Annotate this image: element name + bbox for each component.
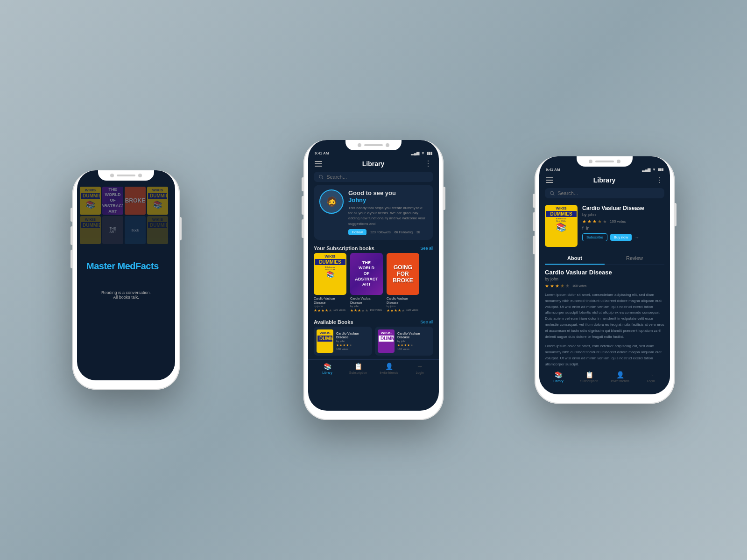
book-title-3: Cardio Vasluar Disease bbox=[387, 296, 419, 305]
detail-book-cover: Wikis DUMMIES A Reference Best Of Life 📚 bbox=[545, 205, 578, 247]
detail-content-stars: ★ ★ ★ ★ ★ 100 votes bbox=[545, 283, 664, 288]
nav-subscription[interactable]: 📋 Subscription bbox=[343, 363, 374, 374]
nav-login-label: Login bbox=[416, 371, 423, 374]
splash-book-5: Wikis DUMMIES bbox=[80, 216, 101, 244]
app-header: Library ⋮ bbox=[308, 157, 439, 170]
twitter-icon[interactable]: in bbox=[586, 226, 590, 231]
logo-text-2: MedFacts bbox=[118, 261, 159, 271]
detail-nav-library-label: Library bbox=[553, 379, 563, 383]
phone-library-screen: 9:41 AM ▂▄▆ ▼ ▮▮▮ Library ⋮ 🧔 bbox=[308, 140, 439, 411]
splash-book-1: Wikis DUMMIES 📚 bbox=[80, 187, 101, 215]
detail-search-bar[interactable] bbox=[545, 188, 664, 198]
phone-detail: 9:41 AM ▂▄▆ ▼ ▮▮▮ Library ⋮ bbox=[535, 156, 675, 404]
see-all-subscription[interactable]: See all bbox=[420, 246, 433, 251]
detail-status-time: 9:41 AM bbox=[546, 168, 560, 172]
detail-paragraph-2: Lorem ipsum dolor sit amet, com ectetuer… bbox=[545, 343, 664, 367]
available-book-title-1: Cardio Vasluar Disease bbox=[336, 332, 369, 340]
star-4: ★ bbox=[325, 308, 328, 313]
see-all-available[interactable]: See all bbox=[420, 320, 433, 324]
tab-about[interactable]: About bbox=[545, 252, 605, 265]
tagline-line1: Reading is a conversation. bbox=[77, 290, 175, 295]
followers-count: 223 Followers bbox=[370, 231, 391, 234]
available-book-cover-1: Wikis DUMMIES bbox=[317, 329, 333, 353]
detail-content-title: Cardio Vasluar Disease bbox=[545, 269, 664, 276]
hamburger-menu[interactable] bbox=[315, 161, 322, 167]
subscription-book-1[interactable]: Wikis DUMMIES A Reference Best Of Life 📚… bbox=[314, 253, 346, 313]
available-book-author-1: by john bbox=[336, 340, 369, 343]
detail-paragraph-1: Lorem ipsum dolor sit amet, consectetuer… bbox=[545, 292, 664, 340]
detail-nav-library[interactable]: 📚 Library bbox=[543, 371, 574, 383]
detail-votes: 100 votes bbox=[610, 219, 626, 224]
detail-nav-invite[interactable]: 👤 Invite friends bbox=[605, 371, 635, 383]
book-cover-1: Wikis DUMMIES A Reference Best Of Life 📚 bbox=[314, 253, 346, 295]
book-title-2: Cardio Vasluar Disease bbox=[350, 296, 383, 305]
available-book-info-2: Cardio Vasluar Disease by john ★ ★ ★ ★ ★… bbox=[397, 332, 430, 351]
subscription-title: Your Subscription books bbox=[314, 245, 374, 251]
star-1: ★ bbox=[387, 308, 390, 313]
splash-book-7: Book bbox=[125, 216, 146, 244]
header-title: Library bbox=[362, 160, 384, 168]
subscription-book-3[interactable]: GOING FORBROKE Cardio Vasluar Disease by… bbox=[387, 253, 419, 313]
detail-content-author: by john bbox=[545, 277, 664, 281]
subscription-books-scroll[interactable]: Wikis DUMMIES A Reference Best Of Life 📚… bbox=[308, 253, 439, 316]
detail-stars: ★ ★ ★ ★ ★ 100 votes bbox=[582, 219, 664, 224]
tab-review[interactable]: Review bbox=[605, 252, 664, 265]
avatar: 🧔 bbox=[319, 189, 344, 214]
detail-hamburger-menu[interactable] bbox=[546, 177, 553, 183]
available-book-1[interactable]: Wikis DUMMIES Cardio Vasluar Disease by … bbox=[314, 327, 372, 356]
login-icon: → bbox=[416, 363, 423, 370]
search-icon bbox=[318, 174, 324, 180]
user-name: Johny bbox=[348, 196, 428, 203]
detail-nav-login[interactable]: → Login bbox=[635, 371, 666, 383]
more-button[interactable]: → bbox=[634, 235, 639, 240]
star-2: ★ bbox=[354, 308, 357, 313]
more-options-button[interactable]: ⋮ bbox=[424, 159, 432, 168]
nav-library[interactable]: 📚 Library bbox=[312, 363, 343, 374]
following-count: 66 Following bbox=[395, 231, 413, 234]
available-book-2[interactable]: Wikis DUMMIES Cardio Vasluar Disease by … bbox=[375, 327, 433, 356]
detail-social: f in bbox=[582, 226, 664, 231]
available-book-stars-2: ★ ★ ★ ★ ★ bbox=[397, 343, 430, 347]
tagline-line2: All books talk. bbox=[77, 295, 175, 300]
phone-detail-screen: 9:41 AM ▂▄▆ ▼ ▮▮▮ Library ⋮ bbox=[539, 156, 670, 394]
detail-library-icon: 📚 bbox=[555, 371, 563, 378]
votes-3: 100 votes bbox=[406, 308, 418, 313]
available-title: Available Books bbox=[314, 319, 353, 325]
book-author-3: by john bbox=[387, 305, 419, 308]
profile-card: 🧔 Good to see you Johny This handy tool … bbox=[314, 185, 433, 240]
detail-search-input[interactable] bbox=[557, 190, 660, 196]
detail-status-icons: ▂▄▆ ▼ ▮▮▮ bbox=[642, 168, 663, 172]
svg-line-1 bbox=[322, 178, 324, 179]
book-cover-3: GOING FORBROKE bbox=[387, 253, 419, 295]
votes-2: 100 votes bbox=[370, 308, 382, 313]
splash-book-4: Wikis DUMMIES 📚 bbox=[147, 187, 168, 215]
nav-login[interactable]: → Login bbox=[404, 363, 435, 374]
buy-button[interactable]: Buy now bbox=[610, 234, 632, 241]
search-input[interactable] bbox=[326, 174, 429, 180]
detail-nav-login-label: Login bbox=[647, 379, 655, 383]
star-3: ★ bbox=[358, 308, 361, 313]
book-cover-2: THEWORLDOFABSTRACTART bbox=[350, 253, 383, 295]
available-books-grid: Wikis DUMMIES Cardio Vasluar Disease by … bbox=[308, 327, 439, 359]
available-book-votes-2: 100 votes bbox=[397, 348, 430, 350]
detail-header-title: Library bbox=[593, 176, 615, 184]
detail-more-options[interactable]: ⋮ bbox=[655, 175, 663, 184]
book-stars-1: ★ ★ ★ ★ ★ 100 votes bbox=[314, 308, 346, 313]
facebook-icon[interactable]: f bbox=[582, 226, 584, 231]
greeting-text: Good to see you bbox=[348, 189, 428, 196]
splash-book-3: BROKE bbox=[125, 187, 146, 215]
star-1: ★ bbox=[350, 308, 353, 313]
star-4: ★ bbox=[398, 308, 401, 313]
splash-logo-area: Master MedFacts bbox=[77, 252, 175, 276]
follow-button[interactable]: Follow bbox=[348, 229, 366, 235]
star-5: ★ bbox=[402, 308, 405, 313]
subscription-book-2[interactable]: THEWORLDOFABSTRACTART Cardio Vasluar Dis… bbox=[350, 253, 383, 313]
detail-star-4: ★ bbox=[598, 219, 602, 224]
subscribe-button[interactable]: Subscribe bbox=[582, 233, 607, 241]
detail-book-row: Wikis DUMMIES A Reference Best Of Life 📚… bbox=[539, 201, 670, 251]
detail-nav-subscription[interactable]: 📋 Subscription bbox=[574, 371, 605, 383]
likes-count: 3k bbox=[416, 231, 420, 234]
star-2: ★ bbox=[390, 308, 394, 313]
nav-invite[interactable]: 👤 Invite friends bbox=[374, 363, 404, 374]
search-bar[interactable] bbox=[314, 172, 433, 182]
